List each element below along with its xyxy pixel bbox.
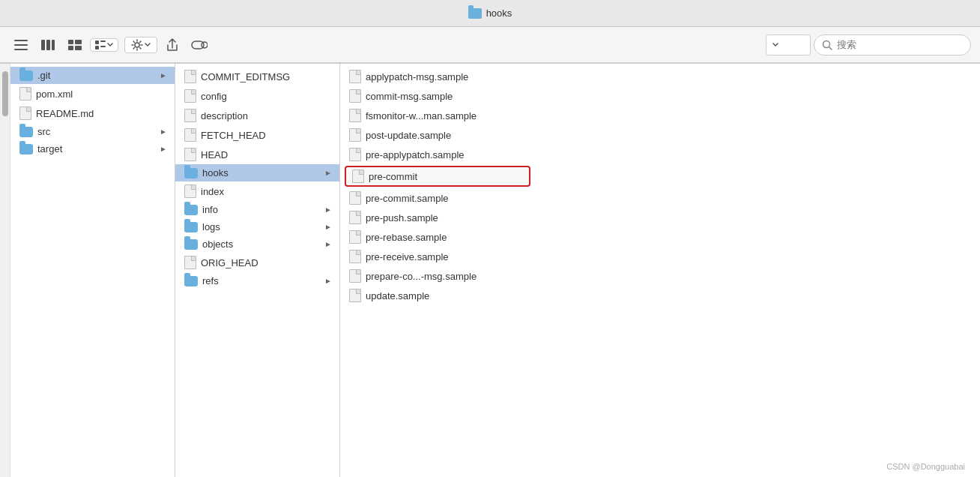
item-label: pre-rebase.sample xyxy=(366,232,527,243)
list-item[interactable]: update.sample xyxy=(340,286,535,305)
toolbar xyxy=(0,27,980,63)
list-item[interactable]: prepare-co...-msg.sample xyxy=(340,266,535,286)
list-item[interactable]: README.md xyxy=(10,104,175,123)
list-item[interactable]: pre-receive.sample xyxy=(340,247,535,266)
file-icon xyxy=(349,230,361,244)
list-item[interactable]: pre-commit.sample xyxy=(340,188,535,208)
search-input[interactable] xyxy=(837,39,963,50)
file-icon xyxy=(19,87,31,100)
folder-icon xyxy=(184,168,198,178)
list-item[interactable]: post-update.sample xyxy=(340,125,535,145)
item-label: objects xyxy=(202,238,320,250)
list-item[interactable]: pom.xml xyxy=(10,84,175,104)
column-view-button[interactable] xyxy=(36,34,60,56)
file-icon xyxy=(349,128,361,142)
svg-point-16 xyxy=(202,42,208,48)
item-label: pre-commit.sample xyxy=(366,193,527,204)
list-item[interactable]: COMMIT_EDITMSG xyxy=(175,67,339,86)
list-item[interactable]: pre-applypatch.sample xyxy=(340,145,535,164)
file-icon xyxy=(352,170,364,183)
list-item[interactable]: src ► xyxy=(10,123,175,140)
list-item[interactable]: refs ► xyxy=(175,272,339,290)
list-item[interactable]: applypatch-msg.sample xyxy=(340,67,535,86)
file-icon xyxy=(184,89,196,103)
arrow-icon: ► xyxy=(324,277,332,285)
file-icon xyxy=(349,148,361,161)
svg-point-14 xyxy=(135,43,139,47)
item-label: pre-receive.sample xyxy=(366,251,527,262)
list-item[interactable]: objects ► xyxy=(175,236,339,253)
arrow-icon: ► xyxy=(324,223,332,231)
share-button[interactable] xyxy=(160,34,184,56)
icon-view-button[interactable] xyxy=(63,34,87,56)
file-icon xyxy=(184,109,196,122)
column-3: applypatch-msg.sample commit-msg.sample … xyxy=(340,64,535,477)
scrollbar-track[interactable] xyxy=(0,64,10,477)
columns-container: .git ► pom.xml README.md src ► xyxy=(10,64,980,477)
item-label: src xyxy=(37,126,155,137)
pre-commit-item[interactable]: pre-commit xyxy=(345,166,530,187)
arrow-icon: ► xyxy=(160,71,167,80)
folder-icon xyxy=(184,205,198,215)
file-icon xyxy=(349,89,361,103)
svg-rect-8 xyxy=(68,46,73,50)
file-icon xyxy=(349,289,361,302)
pre-commit-label: pre-commit xyxy=(369,171,523,182)
hooks-folder-item[interactable]: hooks ► xyxy=(175,164,339,182)
finder-body: .git ► pom.xml README.md src ► xyxy=(0,63,980,477)
title-folder-icon xyxy=(468,8,482,19)
item-label: applypatch-msg.sample xyxy=(366,71,527,82)
item-label: config xyxy=(201,91,332,102)
list-item[interactable]: config xyxy=(175,86,339,106)
item-label: pre-applypatch.sample xyxy=(366,149,527,160)
list-item[interactable]: logs ► xyxy=(175,218,339,236)
file-icon xyxy=(349,191,361,205)
item-label: prepare-co...-msg.sample xyxy=(366,271,527,282)
svg-rect-10 xyxy=(95,40,99,44)
item-label: pre-push.sample xyxy=(366,212,527,224)
list-item[interactable]: pre-rebase.sample xyxy=(340,227,535,247)
list-item[interactable]: FETCH_HEAD xyxy=(175,125,339,145)
list-item[interactable]: .git ► xyxy=(10,67,175,84)
folder-icon xyxy=(19,70,33,81)
svg-rect-2 xyxy=(14,49,28,50)
tag-button[interactable] xyxy=(187,34,211,56)
list-view-button[interactable] xyxy=(9,34,33,56)
item-label: HEAD xyxy=(201,149,332,160)
item-label: ORIG_HEAD xyxy=(201,257,332,268)
list-item[interactable]: description xyxy=(175,106,339,125)
sort-dropdown[interactable] xyxy=(766,34,811,56)
svg-rect-9 xyxy=(75,46,82,50)
item-label: commit-msg.sample xyxy=(366,91,527,102)
file-icon xyxy=(349,250,361,263)
svg-rect-11 xyxy=(100,40,106,42)
sort-chevron-icon xyxy=(772,43,778,46)
svg-rect-13 xyxy=(100,46,106,47)
window-title: hooks xyxy=(468,8,512,19)
list-item[interactable]: commit-msg.sample xyxy=(340,86,535,106)
list-item[interactable]: HEAD xyxy=(175,145,339,164)
group-dropdown-icon xyxy=(107,43,113,46)
item-label: pom.xml xyxy=(36,88,167,100)
arrow-icon: ► xyxy=(160,128,167,136)
column-2: COMMIT_EDITMSG config description FETCH_… xyxy=(175,64,340,477)
item-label: target xyxy=(37,143,155,154)
item-label: .git xyxy=(37,70,155,81)
search-box[interactable] xyxy=(814,34,971,56)
list-item[interactable]: ORIG_HEAD xyxy=(175,253,339,272)
svg-rect-4 xyxy=(46,40,50,50)
window: hooks xyxy=(0,0,980,477)
item-label: update.sample xyxy=(366,290,527,302)
list-item[interactable]: index xyxy=(175,182,339,201)
list-item[interactable]: target ► xyxy=(10,140,175,158)
search-icon xyxy=(822,40,832,50)
svg-rect-0 xyxy=(14,40,28,41)
folder-icon xyxy=(184,222,198,232)
list-item[interactable]: fsmonitor-w...man.sample xyxy=(340,106,535,125)
list-item[interactable]: pre-push.sample xyxy=(340,208,535,227)
file-icon xyxy=(349,269,361,283)
file-icon xyxy=(184,184,196,198)
info-folder-item[interactable]: info ► xyxy=(175,201,339,218)
scrollbar-thumb[interactable] xyxy=(2,71,8,116)
settings-dropdown-icon xyxy=(145,43,151,46)
